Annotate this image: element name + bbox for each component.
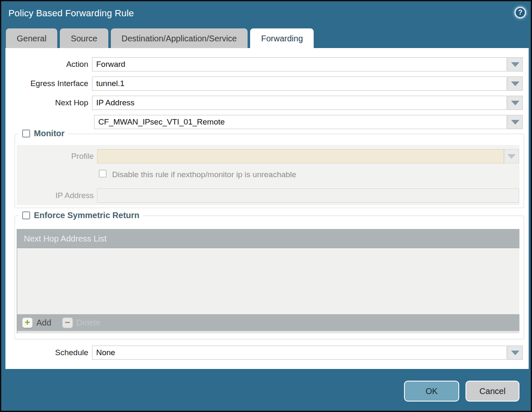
monitor-ip-address-input (97, 188, 519, 203)
profile-label: Profile (15, 149, 94, 163)
next-hop-label: Next Hop (9, 96, 88, 110)
profile-dropdown-button (504, 149, 519, 163)
chevron-down-icon (511, 351, 519, 355)
tab-forwarding[interactable]: Forwarding (250, 28, 314, 48)
chevron-down-icon (511, 81, 519, 86)
action-select[interactable]: Forward (92, 57, 507, 71)
schedule-label: Schedule (9, 346, 88, 360)
content-panel: Action Forward Egress Interface tunnel.1… (5, 48, 529, 369)
symmetric-return-legend: Enforce Symmetric Return (18, 211, 143, 220)
next-hop-type-dropdown-button[interactable] (507, 96, 523, 110)
next-hop-type-select[interactable]: IP Address (92, 96, 507, 110)
egress-interface-select[interactable]: tunnel.1 (92, 76, 507, 91)
table-toolbar: + Add − Delete (17, 314, 519, 331)
delete-button-label: Delete (77, 318, 101, 328)
chevron-down-icon (507, 154, 516, 159)
schedule-dropdown-button[interactable] (507, 346, 523, 360)
monitor-section: Monitor Profile Disable this rule if nex… (15, 134, 524, 208)
next-hop-address-dropdown-button[interactable] (507, 115, 523, 129)
dialog-title: Policy Based Forwarding Rule (8, 8, 134, 19)
next-hop-address-list-body[interactable] (17, 248, 519, 314)
add-button-label: Add (36, 318, 51, 328)
disable-rule-label: Disable this rule if nexthop/monitor ip … (112, 170, 296, 179)
add-button[interactable]: + Add (22, 318, 51, 328)
next-hop-address-list-table: Next Hop Address List + Add − Delete (17, 229, 519, 333)
tab-bar: General Source Destination/Application/S… (6, 28, 314, 48)
monitor-legend: Monitor (18, 129, 68, 138)
egress-interface-dropdown-button[interactable] (507, 76, 523, 91)
chevron-down-icon (511, 62, 519, 67)
delete-button: − Delete (62, 318, 101, 328)
chevron-down-icon (511, 120, 519, 125)
table-bottom-strip (17, 331, 519, 333)
next-hop-address-select[interactable]: CF_MWAN_IPsec_VTI_01_Remote (94, 115, 507, 129)
minus-icon: − (62, 318, 73, 328)
cancel-button[interactable]: Cancel (466, 381, 519, 402)
help-icon[interactable]: ? (514, 7, 526, 18)
plus-icon: + (22, 318, 33, 328)
profile-select (97, 149, 504, 163)
ok-button[interactable]: OK (404, 381, 459, 402)
chevron-down-icon (511, 101, 519, 105)
symmetric-return-section-label: Enforce Symmetric Return (34, 211, 139, 220)
symmetric-return-section: Enforce Symmetric Return Next Hop Addres… (15, 216, 524, 339)
egress-interface-label: Egress Interface (9, 76, 88, 91)
action-dropdown-button[interactable] (507, 57, 523, 71)
policy-based-forwarding-dialog: Policy Based Forwarding Rule ? General S… (0, 0, 532, 412)
tab-destination-application-service[interactable]: Destination/Application/Service (111, 28, 248, 48)
tab-source[interactable]: Source (60, 28, 108, 48)
enforce-symmetric-return-checkbox[interactable] (22, 211, 30, 219)
monitor-section-label: Monitor (34, 129, 64, 138)
schedule-select[interactable]: None (92, 346, 507, 360)
monitor-ip-address-label: IP Address (15, 188, 94, 203)
action-label: Action (9, 57, 88, 71)
monitor-checkbox[interactable] (22, 130, 30, 137)
tab-general[interactable]: General (6, 28, 57, 48)
next-hop-address-list-header: Next Hop Address List (17, 229, 519, 248)
disable-rule-checkbox (99, 170, 107, 178)
